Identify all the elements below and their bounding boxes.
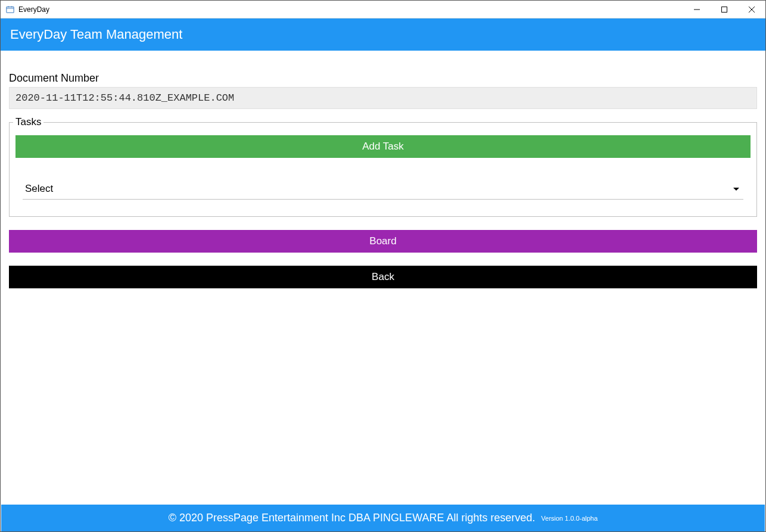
window-controls (683, 1, 765, 18)
svg-rect-5 (722, 7, 727, 12)
svg-rect-0 (7, 7, 14, 13)
board-button[interactable]: Board (9, 230, 757, 253)
document-number-input[interactable] (9, 87, 757, 109)
content-area: Document Number Tasks Add Task Select Bo… (1, 51, 765, 288)
document-number-label: Document Number (9, 72, 757, 85)
task-select[interactable]: Select (23, 179, 743, 200)
page-title: EveryDay Team Management (10, 27, 182, 42)
footer-copyright: © 2020 PressPage Entertainment Inc DBA P… (169, 512, 535, 524)
footer-version: Version 1.0.0-alpha (541, 515, 598, 522)
app-icon (5, 5, 15, 14)
footer: © 2020 PressPage Entertainment Inc DBA P… (1, 505, 765, 531)
add-task-button[interactable]: Add Task (15, 135, 751, 158)
window-title: EveryDay (18, 5, 49, 14)
page-header: EveryDay Team Management (1, 18, 765, 51)
close-button[interactable] (738, 1, 765, 18)
minimize-button[interactable] (683, 1, 711, 18)
tasks-legend: Tasks (13, 116, 43, 128)
titlebar-left: EveryDay (5, 5, 49, 14)
tasks-fieldset: Tasks Add Task Select (9, 116, 757, 217)
back-button[interactable]: Back (9, 266, 757, 288)
task-select-wrapper: Select (15, 179, 751, 200)
window-titlebar: EveryDay (1, 1, 765, 18)
maximize-button[interactable] (711, 1, 738, 18)
